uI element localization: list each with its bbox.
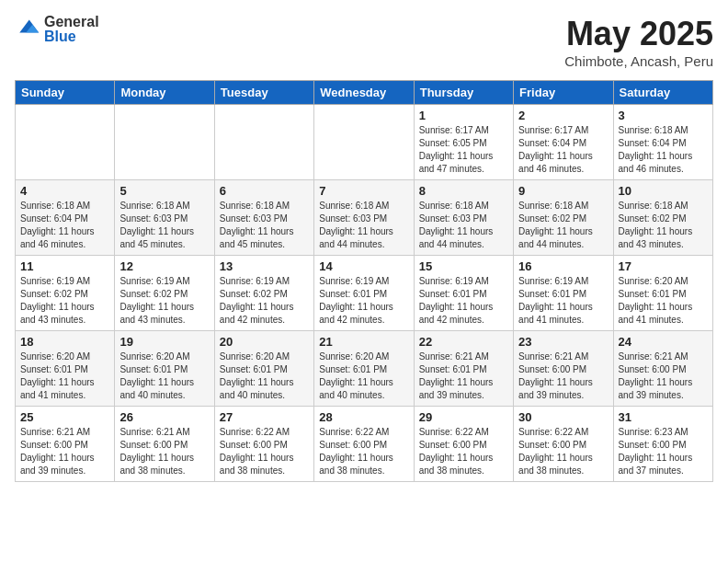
day-number: 2 bbox=[518, 109, 608, 122]
calendar-header: SundayMondayTuesdayWednesdayThursdayFrid… bbox=[16, 81, 713, 105]
day-info: Sunrise: 6:18 AM Sunset: 6:03 PM Dayligh… bbox=[319, 200, 408, 251]
day-number: 13 bbox=[220, 259, 309, 273]
calendar-cell: 8Sunrise: 6:18 AM Sunset: 6:03 PM Daylig… bbox=[414, 180, 513, 256]
calendar-cell: 23Sunrise: 6:21 AM Sunset: 6:00 PM Dayli… bbox=[514, 331, 613, 407]
location-subtitle: Chimbote, Ancash, Peru bbox=[564, 53, 713, 69]
day-number: 19 bbox=[119, 335, 209, 349]
calendar-cell: 22Sunrise: 6:21 AM Sunset: 6:01 PM Dayli… bbox=[414, 331, 513, 407]
day-number: 3 bbox=[619, 109, 708, 122]
calendar-cell: 28Sunrise: 6:22 AM Sunset: 6:00 PM Dayli… bbox=[314, 407, 414, 482]
day-number: 28 bbox=[319, 410, 408, 424]
calendar-cell: 4Sunrise: 6:18 AM Sunset: 6:04 PM Daylig… bbox=[16, 180, 115, 256]
day-number: 26 bbox=[119, 410, 209, 424]
day-header-sunday: Sunday bbox=[16, 81, 115, 105]
day-header-saturday: Saturday bbox=[613, 81, 712, 105]
calendar-cell: 29Sunrise: 6:22 AM Sunset: 6:00 PM Dayli… bbox=[414, 407, 513, 482]
day-number: 8 bbox=[419, 184, 508, 198]
calendar-cell: 24Sunrise: 6:21 AM Sunset: 6:00 PM Dayli… bbox=[613, 331, 712, 407]
month-title: May 2025 bbox=[564, 15, 713, 53]
day-info: Sunrise: 6:18 AM Sunset: 6:04 PM Dayligh… bbox=[619, 124, 708, 176]
day-info: Sunrise: 6:20 AM Sunset: 6:01 PM Dayligh… bbox=[119, 350, 209, 402]
calendar-cell: 7Sunrise: 6:18 AM Sunset: 6:03 PM Daylig… bbox=[314, 180, 414, 256]
week-row-4: 18Sunrise: 6:20 AM Sunset: 6:01 PM Dayli… bbox=[16, 331, 713, 407]
day-info: Sunrise: 6:23 AM Sunset: 6:00 PM Dayligh… bbox=[619, 426, 708, 477]
calendar-cell bbox=[314, 105, 414, 180]
day-info: Sunrise: 6:20 AM Sunset: 6:01 PM Dayligh… bbox=[319, 350, 408, 402]
day-number: 22 bbox=[419, 335, 508, 349]
calendar-cell: 6Sunrise: 6:18 AM Sunset: 6:03 PM Daylig… bbox=[214, 180, 313, 256]
day-number: 17 bbox=[619, 259, 708, 273]
day-number: 21 bbox=[319, 335, 408, 349]
calendar-cell: 26Sunrise: 6:21 AM Sunset: 6:00 PM Dayli… bbox=[115, 407, 214, 482]
day-number: 12 bbox=[119, 259, 209, 273]
day-header-friday: Friday bbox=[514, 81, 613, 105]
day-number: 11 bbox=[20, 259, 109, 273]
logo-blue-text: Blue bbox=[44, 29, 99, 44]
day-number: 31 bbox=[619, 410, 708, 424]
calendar-cell: 19Sunrise: 6:20 AM Sunset: 6:01 PM Dayli… bbox=[115, 331, 214, 407]
day-info: Sunrise: 6:19 AM Sunset: 6:02 PM Dayligh… bbox=[220, 275, 309, 327]
day-number: 14 bbox=[319, 259, 408, 273]
day-header-thursday: Thursday bbox=[414, 81, 513, 105]
day-number: 4 bbox=[20, 184, 109, 198]
calendar-cell: 31Sunrise: 6:23 AM Sunset: 6:00 PM Dayli… bbox=[613, 407, 712, 482]
day-number: 30 bbox=[518, 410, 608, 424]
day-info: Sunrise: 6:22 AM Sunset: 6:00 PM Dayligh… bbox=[220, 426, 309, 477]
calendar-body: 1Sunrise: 6:17 AM Sunset: 6:05 PM Daylig… bbox=[16, 105, 713, 482]
day-number: 18 bbox=[20, 335, 109, 349]
calendar-cell: 9Sunrise: 6:18 AM Sunset: 6:02 PM Daylig… bbox=[514, 180, 613, 256]
calendar-cell: 5Sunrise: 6:18 AM Sunset: 6:03 PM Daylig… bbox=[115, 180, 214, 256]
logo-icon bbox=[15, 17, 40, 42]
day-info: Sunrise: 6:20 AM Sunset: 6:01 PM Dayligh… bbox=[20, 350, 109, 402]
day-info: Sunrise: 6:18 AM Sunset: 6:03 PM Dayligh… bbox=[419, 200, 508, 251]
day-info: Sunrise: 6:19 AM Sunset: 6:02 PM Dayligh… bbox=[20, 275, 109, 327]
day-number: 10 bbox=[619, 184, 708, 198]
day-number: 9 bbox=[518, 184, 608, 198]
header-row: SundayMondayTuesdayWednesdayThursdayFrid… bbox=[16, 81, 713, 105]
calendar-cell: 10Sunrise: 6:18 AM Sunset: 6:02 PM Dayli… bbox=[613, 180, 712, 256]
day-info: Sunrise: 6:19 AM Sunset: 6:01 PM Dayligh… bbox=[319, 275, 408, 327]
day-number: 7 bbox=[319, 184, 408, 198]
day-info: Sunrise: 6:21 AM Sunset: 6:00 PM Dayligh… bbox=[20, 426, 109, 477]
calendar-cell: 17Sunrise: 6:20 AM Sunset: 6:01 PM Dayli… bbox=[613, 256, 712, 331]
day-info: Sunrise: 6:22 AM Sunset: 6:00 PM Dayligh… bbox=[518, 426, 608, 477]
calendar-cell: 27Sunrise: 6:22 AM Sunset: 6:00 PM Dayli… bbox=[214, 407, 313, 482]
day-info: Sunrise: 6:22 AM Sunset: 6:00 PM Dayligh… bbox=[319, 426, 408, 477]
calendar-cell: 21Sunrise: 6:20 AM Sunset: 6:01 PM Dayli… bbox=[314, 331, 414, 407]
day-header-monday: Monday bbox=[115, 81, 214, 105]
day-number: 29 bbox=[419, 410, 508, 424]
calendar-cell: 3Sunrise: 6:18 AM Sunset: 6:04 PM Daylig… bbox=[613, 105, 712, 180]
day-number: 25 bbox=[20, 410, 109, 424]
calendar-cell bbox=[16, 105, 115, 180]
calendar-cell: 20Sunrise: 6:20 AM Sunset: 6:01 PM Dayli… bbox=[214, 331, 313, 407]
day-info: Sunrise: 6:21 AM Sunset: 6:00 PM Dayligh… bbox=[518, 350, 608, 402]
day-number: 5 bbox=[119, 184, 209, 198]
day-info: Sunrise: 6:18 AM Sunset: 6:03 PM Dayligh… bbox=[220, 200, 309, 251]
week-row-5: 25Sunrise: 6:21 AM Sunset: 6:00 PM Dayli… bbox=[16, 407, 713, 482]
day-number: 16 bbox=[518, 259, 608, 273]
day-info: Sunrise: 6:20 AM Sunset: 6:01 PM Dayligh… bbox=[220, 350, 309, 402]
logo-general: General bbox=[44, 15, 99, 29]
day-number: 6 bbox=[220, 184, 309, 198]
calendar-cell: 12Sunrise: 6:19 AM Sunset: 6:02 PM Dayli… bbox=[115, 256, 214, 331]
calendar-cell: 18Sunrise: 6:20 AM Sunset: 6:01 PM Dayli… bbox=[16, 331, 115, 407]
day-info: Sunrise: 6:21 AM Sunset: 6:00 PM Dayligh… bbox=[619, 350, 708, 402]
logo: General Blue bbox=[15, 15, 99, 44]
calendar-cell: 14Sunrise: 6:19 AM Sunset: 6:01 PM Dayli… bbox=[314, 256, 414, 331]
day-info: Sunrise: 6:21 AM Sunset: 6:00 PM Dayligh… bbox=[119, 426, 209, 477]
day-info: Sunrise: 6:19 AM Sunset: 6:01 PM Dayligh… bbox=[419, 275, 508, 327]
day-number: 15 bbox=[419, 259, 508, 273]
calendar-cell: 16Sunrise: 6:19 AM Sunset: 6:01 PM Dayli… bbox=[514, 256, 613, 331]
calendar-cell: 25Sunrise: 6:21 AM Sunset: 6:00 PM Dayli… bbox=[16, 407, 115, 482]
day-info: Sunrise: 6:18 AM Sunset: 6:02 PM Dayligh… bbox=[619, 200, 708, 251]
logo-text: General Blue bbox=[44, 15, 99, 44]
day-number: 24 bbox=[619, 335, 708, 349]
day-info: Sunrise: 6:21 AM Sunset: 6:01 PM Dayligh… bbox=[419, 350, 508, 402]
day-info: Sunrise: 6:22 AM Sunset: 6:00 PM Dayligh… bbox=[419, 426, 508, 477]
day-info: Sunrise: 6:19 AM Sunset: 6:02 PM Dayligh… bbox=[119, 275, 209, 327]
calendar-table: SundayMondayTuesdayWednesdayThursdayFrid… bbox=[15, 80, 713, 482]
week-row-3: 11Sunrise: 6:19 AM Sunset: 6:02 PM Dayli… bbox=[16, 256, 713, 331]
page-header: General Blue May 2025 Chimbote, Ancash, … bbox=[15, 15, 713, 69]
day-number: 1 bbox=[419, 109, 508, 122]
calendar-cell bbox=[214, 105, 313, 180]
